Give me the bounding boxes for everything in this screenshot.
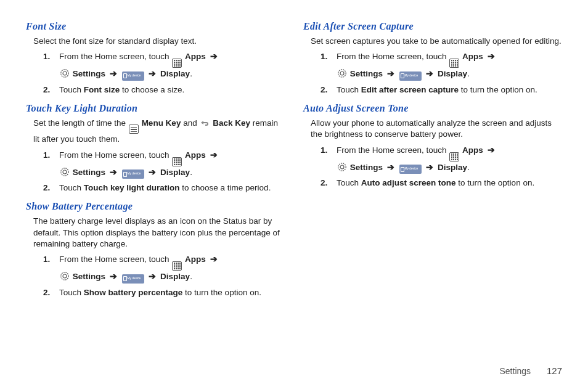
step: From the Home screen, touch Apps ➔ Setti… (43, 149, 285, 179)
right-column: Edit After Screen Capture Set screen cap… (303, 21, 562, 303)
text: Touch (59, 288, 84, 297)
settings-label: Settings (350, 163, 383, 172)
text: to turn the option on. (459, 85, 537, 94)
gear-icon (60, 68, 70, 78)
display-label: Display (438, 69, 467, 78)
text: and (183, 118, 199, 128)
gear-icon (337, 68, 347, 78)
gear-icon (60, 271, 70, 281)
text: to choose a time period. (180, 183, 271, 192)
option-name: Show battery percentage (84, 288, 183, 297)
heading-auto-tone: Auto Adjust Screen Tone (303, 103, 562, 114)
heading-battery: Show Battery Percentage (26, 201, 285, 212)
option-name: Auto adjust screen tone (361, 178, 456, 187)
settings-label: Settings (73, 168, 105, 177)
svg-point-5 (61, 272, 68, 280)
step: Touch Touch key light duration to choose… (43, 182, 285, 195)
arrow-icon: ➔ (488, 52, 495, 61)
text: From the Home screen, touch (337, 145, 449, 155)
steps-edit-capture: From the Home screen, touch Apps ➔ Setti… (321, 51, 562, 97)
my-device-label: My device (405, 168, 419, 171)
apps-label: Apps (185, 150, 206, 160)
footer-section: Settings (499, 366, 531, 376)
step: From the Home screen, touch Apps ➔ Setti… (321, 144, 562, 174)
arrow-icon: ➔ (110, 69, 117, 78)
text: Touch (59, 85, 84, 94)
intro-edit-capture: Set screen captures you take to be autom… (311, 36, 562, 47)
arrow-icon: ➔ (149, 272, 156, 281)
step: Touch Font size to choose a size. (43, 84, 285, 97)
step: Touch Show battery percentage to turn th… (43, 287, 285, 300)
period: . (467, 69, 470, 78)
heading-font-size: Font Size (26, 21, 285, 32)
my-device-label: My device (128, 277, 141, 280)
apps-label: Apps (462, 145, 483, 155)
page-number: 127 (547, 365, 562, 376)
apps-icon (172, 59, 182, 68)
step: From the Home screen, touch Apps ➔ Setti… (43, 253, 285, 284)
option-name: Font size (84, 85, 120, 94)
svg-point-9 (338, 163, 346, 170)
apps-label: Apps (462, 52, 483, 61)
arrow-icon: ➔ (110, 168, 117, 177)
back-key-icon (200, 118, 210, 128)
my-device-label: My device (128, 173, 141, 176)
menu-key-icon (129, 125, 139, 134)
text: From the Home screen, touch (337, 52, 449, 61)
heading-touch-key: Touch Key Light Duration (26, 103, 285, 114)
arrow-icon: ➔ (387, 163, 394, 172)
text: Set the length of time the (33, 118, 128, 128)
arrow-icon: ➔ (110, 272, 117, 281)
svg-point-7 (338, 70, 346, 77)
heading-edit-capture: Edit After Screen Capture (303, 21, 562, 32)
apps-icon (449, 152, 459, 161)
arrow-icon: ➔ (426, 69, 433, 78)
period: . (467, 163, 470, 172)
settings-label: Settings (350, 69, 383, 78)
text: Touch (337, 178, 361, 187)
my-device-icon: My device (399, 71, 422, 81)
intro-auto-tone: Allow your phone to automatically analyz… (311, 118, 562, 140)
arrow-icon: ➔ (387, 69, 394, 78)
option-name: Edit after screen capture (361, 85, 459, 94)
apps-icon (172, 157, 182, 166)
arrow-icon: ➔ (149, 69, 156, 78)
period: . (190, 69, 192, 78)
svg-point-6 (340, 71, 344, 75)
text: From the Home screen, touch (59, 52, 171, 61)
arrow-icon: ➔ (210, 255, 218, 264)
text: to turn the option on. (456, 178, 535, 187)
period: . (190, 168, 192, 177)
steps-touch-key: From the Home screen, touch Apps ➔ Setti… (43, 149, 285, 195)
text: Touch (59, 183, 84, 192)
text: to turn the option on. (182, 288, 261, 297)
svg-point-4 (63, 274, 67, 278)
display-label: Display (160, 69, 190, 78)
gear-icon (337, 162, 347, 172)
apps-icon (449, 59, 459, 68)
intro-font-size: Select the font size for standard displa… (33, 36, 285, 47)
page-footer: Settings 127 (499, 365, 562, 376)
intro-touch-key: Set the length of time the Menu Key and … (33, 118, 285, 145)
text: Touch (337, 85, 361, 94)
my-device-icon: My device (122, 169, 144, 179)
display-label: Display (160, 272, 190, 281)
text: From the Home screen, touch (59, 150, 171, 160)
step: From the Home screen, touch Apps ➔ Setti… (321, 51, 562, 81)
left-column: Font Size Select the font size for stand… (26, 21, 285, 303)
gear-icon (60, 167, 70, 177)
page-body: Font Size Select the font size for stand… (0, 0, 588, 303)
period: . (190, 272, 192, 281)
text: From the Home screen, touch (59, 255, 171, 264)
settings-label: Settings (73, 272, 105, 281)
my-device-label: My device (405, 75, 419, 78)
arrow-icon: ➔ (149, 168, 156, 177)
arrow-icon: ➔ (488, 145, 495, 155)
my-device-icon: My device (122, 71, 144, 81)
svg-point-3 (61, 168, 68, 175)
step: Touch Edit after screen capture to turn … (321, 84, 562, 97)
apps-label: Apps (185, 255, 206, 264)
arrow-icon: ➔ (210, 52, 218, 61)
steps-font-size: From the Home screen, touch Apps ➔ Setti… (43, 51, 285, 97)
step: From the Home screen, touch Apps ➔ Setti… (43, 51, 285, 81)
